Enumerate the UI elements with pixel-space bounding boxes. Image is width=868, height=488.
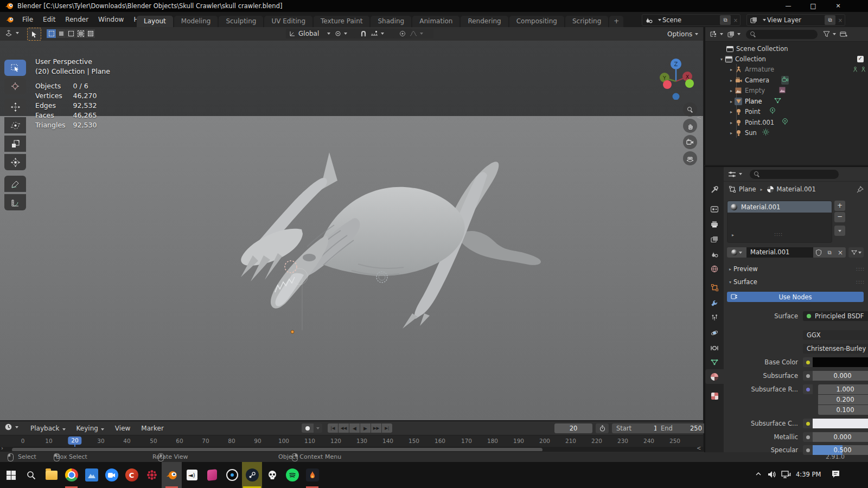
timeline-editor-type-button[interactable] bbox=[4, 423, 18, 431]
taskbar-zoom[interactable] bbox=[101, 462, 122, 488]
close-button[interactable]: × bbox=[826, 0, 851, 12]
properties-tab-physics[interactable] bbox=[705, 325, 724, 340]
outliner-row-camera[interactable]: ▸ Camera bbox=[705, 75, 868, 86]
maximize-button[interactable]: □ bbox=[801, 0, 826, 12]
pivot-point-dropdown[interactable] bbox=[331, 29, 358, 38]
workspace-tab-scripting[interactable]: Scripting bbox=[565, 16, 608, 27]
menu-render[interactable]: Render bbox=[60, 12, 93, 27]
tool-measure-button[interactable] bbox=[4, 194, 26, 210]
tray-network[interactable] bbox=[781, 470, 791, 480]
select-mode-invert-button[interactable] bbox=[76, 29, 85, 38]
material-slot-specials-button[interactable] bbox=[834, 226, 845, 236]
expand-triangle-icon[interactable]: ▾ bbox=[718, 57, 725, 62]
subsurface-color-swatch[interactable] bbox=[813, 419, 868, 428]
workspace-tab-layout[interactable]: Layout bbox=[137, 16, 173, 27]
copy-material-button[interactable]: ⧉ bbox=[824, 247, 835, 258]
workspace-tab-animation[interactable]: Animation bbox=[412, 16, 459, 27]
properties-tab-scene[interactable] bbox=[705, 247, 724, 262]
taskbar-spotify[interactable] bbox=[282, 462, 302, 488]
surface-panel-header[interactable]: ▾Surface :::: bbox=[724, 277, 868, 287]
tool-move-button[interactable] bbox=[4, 99, 26, 115]
subsurface-method-dropdown[interactable]: Christensen-Burley bbox=[803, 344, 868, 354]
taskbar-media-app[interactable]: ◄) bbox=[182, 462, 202, 488]
taskbar-steam[interactable] bbox=[242, 462, 262, 488]
taskbar-dark-circle-app[interactable] bbox=[222, 462, 242, 488]
outliner-row-plane[interactable]: ▸ Plane bbox=[705, 96, 868, 107]
object-origin-dot[interactable] bbox=[291, 330, 294, 333]
material-slot-row[interactable]: Material.001 bbox=[727, 201, 832, 213]
menu-edit[interactable]: Edit bbox=[38, 12, 60, 27]
taskbar-chrome[interactable] bbox=[61, 462, 81, 488]
properties-tab-view-layer[interactable] bbox=[705, 232, 724, 247]
play-reverse-button[interactable]: ◀ bbox=[349, 423, 360, 433]
proportional-falloff-dropdown[interactable] bbox=[406, 29, 433, 38]
tool-select-box-button[interactable] bbox=[4, 60, 26, 76]
properties-tab-data[interactable] bbox=[705, 355, 724, 369]
outliner-row-empty[interactable]: ▸ Empty bbox=[705, 85, 868, 96]
timeline-menu-view[interactable]: View bbox=[110, 422, 136, 434]
tool-transform-button[interactable] bbox=[4, 154, 26, 170]
gizmo-x-negative[interactable] bbox=[663, 80, 672, 89]
base-color-swatch[interactable] bbox=[813, 357, 868, 367]
timeline-menu-marker[interactable]: Marker bbox=[136, 422, 169, 434]
material-name-field[interactable]: Material.001 bbox=[746, 247, 813, 258]
unlink-scene-button[interactable]: × bbox=[731, 17, 740, 23]
use-preview-range-button[interactable] bbox=[596, 423, 609, 433]
use-nodes-button[interactable]: Use Nodes bbox=[727, 292, 864, 302]
new-view-layer-button[interactable]: ⧉ bbox=[825, 15, 835, 25]
tool-rotate-button[interactable] bbox=[4, 117, 26, 133]
timeline-menu-keying[interactable]: Keying bbox=[71, 422, 110, 434]
gizmo-z-negative[interactable] bbox=[673, 93, 680, 100]
outliner-filter-button[interactable] bbox=[823, 31, 836, 37]
menu-file[interactable]: File bbox=[17, 12, 38, 27]
properties-tab-texture[interactable] bbox=[705, 389, 724, 403]
sidebar-toggle-chevron[interactable]: < bbox=[697, 114, 701, 121]
properties-tab-material[interactable] bbox=[705, 369, 724, 384]
current-frame-playhead[interactable]: 20 bbox=[68, 436, 81, 445]
workspace-tab-uv-editing[interactable]: UV Editing bbox=[264, 16, 312, 27]
viewport-3d[interactable]: User Perspective (20) Collection | Plane… bbox=[0, 41, 703, 420]
outliner-editor-type-button[interactable] bbox=[710, 31, 723, 38]
properties-search-input[interactable] bbox=[750, 170, 839, 179]
keying-set-dropdown[interactable] bbox=[314, 423, 322, 433]
add-material-slot-button[interactable]: + bbox=[834, 201, 845, 211]
select-mode-intersect-button[interactable] bbox=[86, 29, 95, 38]
minimize-button[interactable]: — bbox=[776, 0, 801, 12]
outliner-row-collection[interactable]: ▾ Collection bbox=[705, 54, 868, 65]
frame-start-field[interactable]: Start1 bbox=[612, 423, 662, 433]
breadcrumb-material[interactable]: Material.001 bbox=[777, 185, 816, 193]
taskbar-ccleaner[interactable]: C bbox=[122, 462, 142, 488]
jump-to-end-button[interactable]: ▶| bbox=[382, 423, 392, 433]
jump-to-start-button[interactable]: |◀ bbox=[328, 423, 338, 433]
taskbar-search-button[interactable] bbox=[21, 462, 41, 488]
outliner-search-input[interactable] bbox=[746, 30, 818, 39]
workspace-tab-sculpting[interactable]: Sculpting bbox=[219, 16, 263, 27]
frame-end-field[interactable]: End250 bbox=[656, 423, 706, 433]
workspace-tab-modeling[interactable]: Modeling bbox=[174, 16, 218, 27]
ortho-toggle-button[interactable] bbox=[683, 151, 697, 165]
tray-expand-chevron[interactable] bbox=[755, 471, 762, 479]
subsurface-radius-x[interactable]: 1.000 bbox=[818, 384, 868, 394]
specular-slider[interactable]: 0.500 bbox=[813, 445, 868, 455]
remove-material-slot-button[interactable]: − bbox=[834, 212, 845, 222]
play-button[interactable]: ▶ bbox=[360, 423, 371, 433]
timeline-expand-chevron[interactable]: › bbox=[1, 445, 3, 451]
taskbar-file-explorer[interactable] bbox=[41, 462, 61, 488]
view-layer-selector[interactable]: View Layer ⧉ × bbox=[746, 14, 845, 26]
material-nodes-dropdown[interactable] bbox=[848, 247, 864, 258]
gizmo-y-negative[interactable] bbox=[685, 79, 694, 88]
start-button[interactable] bbox=[1, 462, 21, 488]
properties-tab-modifiers[interactable] bbox=[705, 296, 724, 310]
fake-user-button[interactable] bbox=[813, 247, 824, 258]
action-center-button[interactable] bbox=[831, 470, 840, 480]
distribution-dropdown[interactable]: GGX bbox=[803, 330, 868, 340]
tray-clock[interactable]: 4:39 PM bbox=[796, 471, 821, 478]
snap-target-dropdown[interactable] bbox=[367, 29, 395, 38]
slot-list-grip[interactable]: :::: bbox=[774, 232, 783, 237]
outliner-row-armature[interactable]: ▸ Armature bbox=[705, 64, 868, 75]
remove-view-layer-button[interactable]: × bbox=[836, 17, 845, 23]
tool-cursor-button[interactable] bbox=[4, 78, 26, 94]
pan-view-button[interactable] bbox=[683, 119, 697, 133]
timeline-corner-chevron[interactable]: < bbox=[697, 445, 701, 451]
breadcrumb-object[interactable]: Plane bbox=[739, 185, 756, 193]
